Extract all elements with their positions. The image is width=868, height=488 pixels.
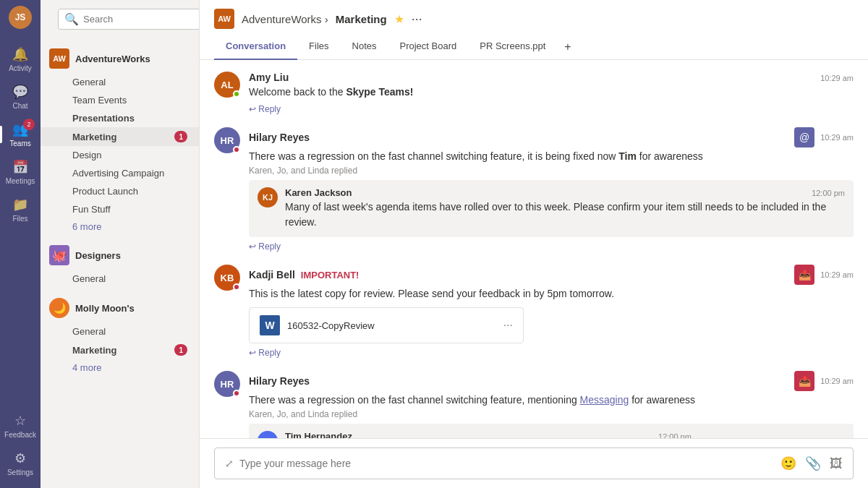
meetings-icon: 📅 (12, 159, 28, 175)
replied-by-text: Karen, Jo, and Linda replied (249, 409, 854, 419)
rail-item-meetings[interactable]: 📅 Meetings (0, 153, 41, 191)
message-group: KB Kadji Bell IMPORTANT! 📤 10:29 am This… (214, 265, 854, 359)
nested-author: Karen Jackson (285, 187, 352, 198)
message-text: There was a regression on the fast chann… (249, 149, 854, 164)
emoji-icon[interactable]: 🙂 (780, 455, 796, 471)
sidebar-item-marketing-aw[interactable]: Marketing 1 (41, 127, 199, 146)
message-author: Kadji Bell (249, 269, 295, 281)
message-group: HR Hilary Reyes @ 10:29 am There was a r… (214, 127, 854, 253)
message-author: Amy Liu (249, 72, 289, 83)
nested-time: 12:00 pm (812, 189, 845, 197)
search-box[interactable]: 🔍 ✏ (58, 9, 200, 30)
main-header: AW AdventureWorks › Marketing ★ ··· Conv… (200, 0, 868, 60)
nested-message: KJ Karen Jackson 12:00 pm Many of last w… (249, 180, 854, 237)
channel-name-advertising: Advertising Campaign (72, 168, 164, 179)
share-badge: 📤 (794, 265, 814, 285)
team-name-molly: Molly Moon's (75, 303, 135, 314)
sidebar-item-marketing-molly[interactable]: Marketing 1 (41, 341, 199, 359)
rail-item-feedback[interactable]: ☆ Feedback (4, 407, 36, 445)
compose-box: ⤢ 🙂 📎 🖼 (214, 448, 854, 479)
sidebar-item-general-molly[interactable]: General (41, 322, 199, 341)
channel-name-marketing-molly: Marketing (72, 345, 116, 356)
nested-content: Tim Hernandez 12:00 pm Can you tag me on… (285, 431, 692, 438)
message-time: 10:29 am (820, 377, 854, 385)
molly-more-link[interactable]: 4 more (41, 359, 199, 376)
header-channel-name: Marketing (336, 13, 387, 25)
nested-message: TH Tim Hernandez 12:00 pm Can you tag me… (249, 424, 854, 438)
attachment-card[interactable]: W 160532-CopyReview ··· (249, 307, 524, 343)
add-tab-button[interactable]: + (557, 35, 578, 59)
team-avatar-designers: 🐙 (49, 245, 69, 265)
rail-label-files: Files (12, 215, 27, 223)
activity-icon: 🔔 (12, 46, 28, 62)
team-group-designers: 🐙 Designers General (41, 238, 199, 291)
team-header-molly[interactable]: 🌙 Molly Moon's (41, 294, 199, 322)
channel-name-presentations: Presentations (72, 113, 135, 124)
sidebar-item-team-events[interactable]: Team Events (41, 91, 199, 109)
rail-item-settings[interactable]: ⚙ Settings (4, 445, 36, 482)
sidebar-item-design[interactable]: Design (41, 146, 199, 164)
message-text: This is the latest copy for review. Plea… (249, 286, 854, 301)
rail-item-activity[interactable]: 🔔 Activity (0, 40, 41, 78)
sidebar-item-fun-stuff[interactable]: Fun Stuff (41, 200, 199, 218)
team-header-adventureworks[interactable]: AW AdventureWorks (41, 44, 199, 73)
tab-project-board[interactable]: Project Board (388, 35, 469, 60)
molly-marketing-badge: 1 (174, 344, 187, 356)
team-header-designers[interactable]: 🐙 Designers (41, 241, 199, 270)
sidebar-item-product-launch[interactable]: Product Launch (41, 182, 199, 200)
aw-more-link[interactable]: 6 more (41, 218, 199, 235)
breadcrumb-team: AdventureWorks › (242, 13, 328, 25)
favorite-star-icon[interactable]: ★ (394, 12, 404, 26)
channel-name-fun-stuff: Fun Stuff (72, 204, 111, 215)
sidebar-item-general-designers[interactable]: General (41, 270, 199, 288)
team-group-molly: 🌙 Molly Moon's General Marketing 1 4 mor… (41, 291, 199, 379)
search-input[interactable] (83, 14, 200, 25)
team-name-designers: Designers (75, 250, 121, 261)
tab-notes[interactable]: Notes (341, 35, 388, 60)
channel-tabs: Conversation Files Notes Project Board P… (214, 35, 854, 59)
avatar: HR (214, 371, 240, 397)
more-options-icon[interactable]: ··· (412, 12, 422, 27)
reply-button[interactable]: ↩ Reply (249, 103, 854, 116)
rail-item-files[interactable]: 📁 Files (0, 191, 41, 228)
expand-compose-icon[interactable]: ⤢ (225, 458, 234, 469)
message-time: 10:29 am (820, 74, 854, 82)
rail-label-chat: Chat (12, 102, 27, 110)
reply-button[interactable]: ↩ Reply (249, 346, 854, 359)
rail-item-chat[interactable]: 💬 Chat (0, 78, 41, 116)
sidebar-item-general-aw[interactable]: General (41, 73, 199, 91)
user-avatar[interactable]: JS (9, 6, 32, 29)
teams-badge: 2 (23, 119, 35, 130)
share-badge: 📤 (794, 371, 814, 391)
channel-name-product-launch: Product Launch (72, 186, 138, 197)
team-avatar-molly: 🌙 (49, 298, 69, 318)
channel-name-team-events: Team Events (72, 95, 127, 106)
tab-conversation[interactable]: Conversation (214, 35, 297, 60)
tab-pr-screens[interactable]: PR Screens.ppt (468, 35, 557, 60)
message-content: Kadji Bell IMPORTANT! 📤 10:29 am This is… (249, 265, 854, 359)
team-avatar-adventureworks: AW (49, 48, 69, 69)
giphy-icon[interactable]: 🖼 (830, 456, 843, 471)
channel-name-general: General (72, 77, 106, 87)
sidebar-item-advertising[interactable]: Advertising Campaign (41, 164, 199, 182)
attachment-icon[interactable]: 📎 (805, 455, 821, 471)
rail-label-activity: Activity (9, 64, 32, 72)
marketing-badge: 1 (174, 131, 187, 142)
tab-files[interactable]: Files (297, 35, 340, 60)
nested-avatar: TH (258, 431, 278, 438)
message-input[interactable] (239, 458, 775, 469)
attachment-more-icon[interactable]: ··· (503, 319, 513, 332)
channel-name-marketing: Marketing (72, 132, 116, 142)
message-text: Welcome back to the Skype Teams! (249, 85, 854, 100)
channel-name-general-molly: General (72, 326, 106, 337)
channel-name-design: Design (72, 150, 101, 160)
rail-label-teams: Teams (9, 140, 30, 147)
sidebar-item-presentations[interactable]: Presentations (41, 109, 199, 127)
rail-item-teams[interactable]: 👥 Teams 2 (0, 116, 41, 153)
word-icon: W (260, 315, 280, 335)
nested-content: Karen Jackson 12:00 pm Many of last week… (285, 187, 845, 230)
reply-button[interactable]: ↩ Reply (249, 240, 854, 253)
message-text: There was a regression on the fast chann… (249, 393, 854, 408)
main-content: AW AdventureWorks › Marketing ★ ··· Conv… (200, 0, 868, 488)
message-group: HR Hilary Reyes 📤 10:29 am There was a r… (214, 371, 854, 438)
